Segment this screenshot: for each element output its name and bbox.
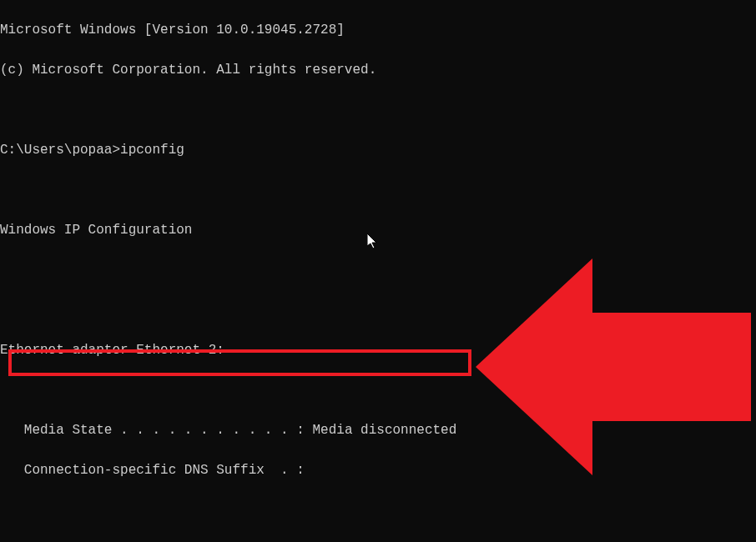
terminal-output[interactable]: Microsoft Windows [Version 10.0.19045.27…: [0, 0, 756, 542]
copyright-line: (c) Microsoft Corporation. All rights re…: [0, 60, 756, 80]
blank-line: [0, 500, 756, 520]
adapter-title: Ethernet adapter Ethernet 2:: [0, 340, 756, 360]
field-label: Connection-specific DNS Suffix . :: [0, 463, 305, 478]
command-text: ipconfig: [120, 143, 184, 158]
blank-line: [0, 260, 756, 280]
prompt-line: C:\Users\popaa>ipconfig: [0, 140, 756, 160]
field-value: Media disconnected: [312, 423, 456, 438]
blank-line: [0, 100, 756, 120]
blank-line: [0, 380, 756, 400]
version-line: Microsoft Windows [Version 10.0.19045.27…: [0, 20, 756, 40]
blank-line: [0, 300, 756, 320]
prompt-path: C:\Users\popaa>: [0, 143, 120, 158]
adapter-field: Connection-specific DNS Suffix . :: [0, 460, 756, 480]
adapter-field: Media State . . . . . . . . . . . : Medi…: [0, 420, 756, 440]
config-title: Windows IP Configuration: [0, 220, 756, 240]
blank-line: [0, 180, 756, 200]
field-label: Media State . . . . . . . . . . . :: [0, 423, 312, 438]
